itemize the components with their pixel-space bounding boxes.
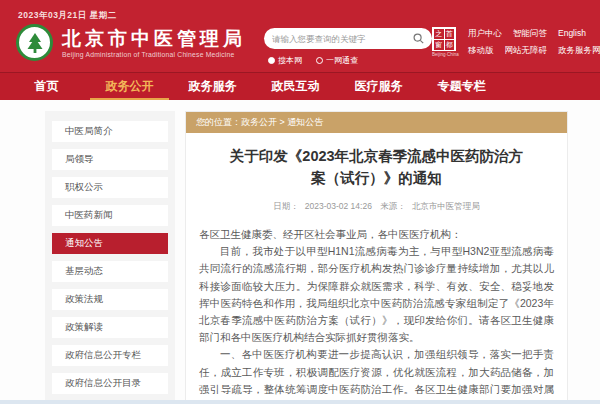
search-scope-label: 一网通查 [326,55,358,66]
nav-item-label: 首页 [35,78,59,95]
article-paragraph: 一、各中医医疗机构要进一步提高认识，加强组织领导，落实一把手责任，成立工作专班，… [199,346,554,404]
nav-item[interactable]: 医疗服务 [337,73,420,100]
brand-text: 北京市中医管理局 Beijing Administration of Tradi… [62,28,246,58]
sidebar-item-label: 中医局简介 [65,125,113,138]
article-meta: 日期：2023-03-02 14:26 来源：北京市中医管理局 [199,201,554,213]
nav-item[interactable]: 政务服务 [171,73,254,100]
article-source-label: 来源： [380,201,406,211]
nav-item[interactable]: 首页 [5,73,88,100]
header-links-row2: 移动版网站无障碍政务服务网 [468,45,600,57]
sidebar-item[interactable]: 基层动态 [52,261,168,282]
nav-item-label: 政务公开 [106,78,154,95]
article-body: 各区卫生健康委、经开区社会事业局，各中医医疗机构：目前，我市处于以甲型H1N1流… [199,226,554,404]
sidebar-item-label: 政策解读 [65,321,103,334]
article-title: 关于印发《2023年北京春季流感中医药防治方案（试行）》的通知 [199,145,554,190]
breadcrumb-text: 您的位置：政务公开 > 通知公告 [196,116,323,129]
radio-icon [316,57,323,64]
article-date: 2023-03-02 14:26 [305,201,372,211]
current-date: 2023年03月21日 星期二 [18,10,117,20]
search-icon[interactable] [413,33,424,44]
sidebar-item[interactable]: 政策法规 [52,289,168,310]
nav-item[interactable]: 政务公开 [88,73,171,100]
seal-char: 之 [434,29,444,39]
header-links: 用户中心智能问答English 移动版网站无障碍政务服务网 [468,28,600,57]
sidebar-item-label: 中医药新闻 [65,209,113,222]
nav-item-label: 专题专栏 [438,78,486,95]
header-link[interactable]: 政务服务网 [558,45,600,57]
sidebar-item-label: 通知公告 [65,237,103,250]
sidebar-item-label: 政府信息公开目录 [65,377,141,390]
article-date-label: 日期： [273,201,299,211]
seal-char: 都 [445,40,455,50]
sidebar-item[interactable]: 中医局简介 [52,121,168,142]
site-header: 2023年03月21日 星期二 北京市中医管理局 Beijing Adminis… [0,0,600,72]
site-title: 北京市中医管理局 [62,28,246,49]
article-paragraph: 各区卫生健康委、经开区社会事业局，各中医医疗机构： [199,226,554,243]
search-scope-radio[interactable]: 一网通查 [316,55,358,66]
seal-icon: 之首窗都 [432,27,456,51]
sidebar-menu: 中医局简介 局领导 职权公示 中医药新闻 通知公告 基层动态 政策法规 政策解读… [45,111,175,404]
bottom-edge-strip [0,400,600,404]
agency-emblem-icon [16,24,53,61]
sidebar-item[interactable]: 政策解读 [52,317,168,338]
sidebar-item[interactable]: 政府信息公开专栏 [52,345,168,366]
header-link[interactable]: 网站无障碍 [505,45,548,57]
site-logo[interactable]: 北京市中医管理局 Beijing Administration of Tradi… [16,24,246,61]
search-box[interactable] [264,28,432,49]
sidebar-item-label: 基层动态 [65,265,103,278]
top-date-bar: 2023年03月21日 星期二 [0,0,600,16]
nav-item[interactable]: 专题专栏 [420,73,503,100]
sidebar-item-label: 局领导 [65,153,94,166]
header-link[interactable]: 移动版 [468,45,494,57]
header-link[interactable]: English [558,28,586,40]
header-main-row: 北京市中医管理局 Beijing Administration of Tradi… [0,16,600,72]
sidebar-item[interactable]: 局领导 [52,149,168,170]
radio-icon [268,57,275,64]
sidebar-item-label: 政策法规 [65,293,103,306]
sidebar-item[interactable]: 通知公告 [52,233,168,254]
content-panel: 您的位置：政务公开 > 通知公告 关于印发《2023年北京春季流感中医药防治方案… [185,111,568,404]
header-links-row1: 用户中心智能问答English [468,28,600,40]
sidebar-item-label: 政府信息公开专栏 [65,349,141,362]
main-nav-items: 首页 政务公开 政务服务 政民互动 医疗服务 专题专栏 [0,73,600,100]
search-scope-label: 搜本网 [278,55,302,66]
sidebar-item[interactable]: 中医药新闻 [52,205,168,226]
capital-window-logo[interactable]: 之首窗都 Beijing·China [432,27,458,57]
search-input[interactable] [272,34,413,44]
article-paragraph: 目前，我市处于以甲型H1N1流感病毒为主，与甲型H3N2亚型流感病毒共同流行的流… [199,243,554,346]
nav-item-label: 医疗服务 [355,78,403,95]
main-nav: 首页 政务公开 政务服务 政民互动 医疗服务 专题专栏 [0,72,600,100]
site-title-english: Beijing Administration of Traditional Ch… [62,51,246,58]
nav-item-label: 政务服务 [189,78,237,95]
search-area: 搜本网 一网通查 [264,28,432,66]
header-link[interactable]: 智能问答 [513,28,547,40]
header-utility-area: 之首窗都 Beijing·China 用户中心智能问答English 移动版网站… [432,27,600,57]
seal-caption: Beijing·China [432,52,458,57]
article-source: 北京市中医管理局 [412,201,480,211]
search-scope-radio[interactable]: 搜本网 [268,55,302,66]
breadcrumb[interactable]: 您的位置：政务公开 > 通知公告 [186,112,567,133]
seal-char: 窗 [434,40,444,50]
sidebar-item[interactable]: 政府信息公开目录 [52,373,168,394]
sidebar-item[interactable]: 职权公示 [52,177,168,198]
header-link[interactable]: 用户中心 [468,28,502,40]
seal-char: 首 [445,29,455,39]
nav-item[interactable]: 政民互动 [254,73,337,100]
article: 关于印发《2023年北京春季流感中医药防治方案（试行）》的通知 日期：2023-… [186,133,567,404]
nav-item-label: 政民互动 [272,78,320,95]
sidebar-item-label: 职权公示 [65,181,103,194]
search-scope-options: 搜本网 一网通查 [268,55,432,66]
page-body: 中医局简介 局领导 职权公示 中医药新闻 通知公告 基层动态 政策法规 政策解读… [0,100,600,404]
